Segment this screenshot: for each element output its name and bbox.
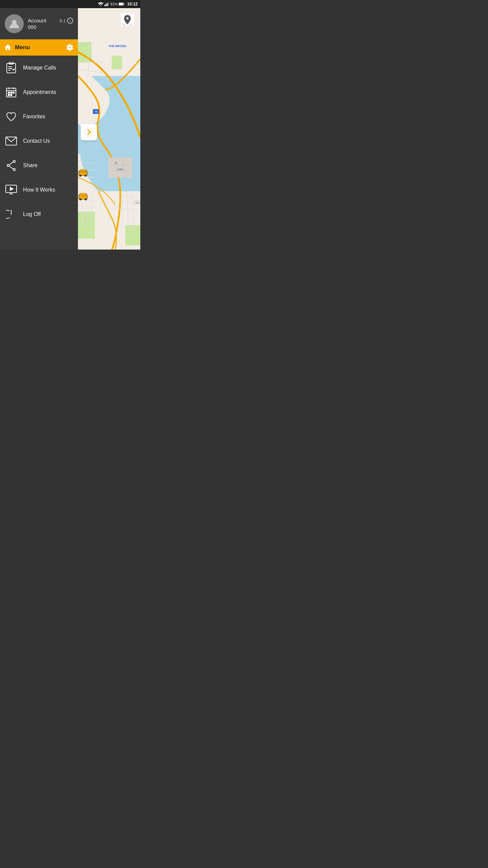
calendar-icon (6, 87, 17, 98)
home-icon (4, 44, 12, 51)
svg-rect-17 (13, 92, 14, 93)
account-section: Account 000 6.1 i (0, 8, 78, 39)
wifi-icon (98, 2, 103, 6)
log-off-label: Log Off (23, 211, 41, 217)
svg-point-23 (13, 169, 15, 171)
version-number: 6.1 (60, 18, 66, 23)
svg-line-25 (9, 166, 13, 169)
svg-marker-29 (10, 187, 14, 191)
share-icon (5, 159, 18, 172)
status-icons: 91% 10:12 (98, 2, 138, 6)
svg-point-75 (85, 198, 87, 200)
svg-point-21 (13, 160, 15, 162)
svg-text:78: 78 (95, 111, 97, 113)
share-svg (6, 160, 16, 171)
svg-point-22 (7, 164, 9, 166)
svg-rect-6 (119, 3, 123, 5)
svg-text:GCR: GCR (135, 202, 139, 204)
avatar-icon (8, 18, 20, 29)
account-number: 000 (28, 24, 73, 31)
signal-icon (104, 2, 109, 6)
heart-icon (6, 112, 17, 122)
svg-text:THE BRONX: THE BRONX (108, 44, 126, 48)
avatar (5, 14, 24, 33)
monitor-icon (5, 184, 17, 195)
menu-item-share[interactable]: Share (0, 153, 78, 178)
svg-rect-34 (78, 212, 95, 239)
svg-rect-19 (11, 94, 12, 96)
svg-point-70 (85, 175, 87, 177)
menu-item-how-it-works[interactable]: How It Works (0, 178, 78, 202)
menu-header[interactable]: Menu (0, 39, 78, 56)
expand-map-button[interactable] (81, 124, 97, 140)
how-it-works-label: How It Works (23, 187, 55, 193)
map-area[interactable]: THE BRONX LGA ✈ 78 GCR (78, 8, 140, 250)
svg-rect-55 (108, 157, 132, 178)
svg-rect-15 (8, 92, 9, 93)
battery-icon (119, 2, 125, 6)
account-version: 6.1 i (60, 18, 73, 24)
svg-rect-33 (112, 56, 122, 69)
svg-text:✈: ✈ (115, 161, 117, 165)
menu-item-favorites[interactable]: Favorites (0, 104, 78, 129)
menu-title: Menu (15, 44, 62, 51)
menu-item-appointments[interactable]: Appointments (0, 80, 78, 104)
contact-us-label: Contact Us (23, 138, 50, 144)
svg-rect-18 (8, 94, 9, 96)
chevron-right-icon (84, 127, 94, 137)
svg-rect-4 (108, 2, 109, 6)
appointments-label: Appointments (23, 89, 56, 95)
main-container: Account 000 6.1 i Menu (0, 8, 140, 250)
sidebar: Account 000 6.1 i Menu (0, 8, 78, 250)
svg-rect-16 (11, 92, 12, 93)
status-time: 10:12 (127, 2, 138, 6)
home-svg (4, 44, 12, 51)
manage-calls-label: Manage Calls (23, 65, 56, 71)
svg-rect-7 (124, 3, 124, 5)
power-icon (6, 209, 16, 219)
svg-point-74 (79, 198, 81, 200)
location-icon (120, 12, 135, 27)
svg-rect-71 (79, 171, 87, 172)
menu-item-log-off[interactable]: Log Off (0, 202, 78, 226)
manage-calls-icon (5, 61, 18, 74)
menu-item-manage-calls[interactable]: Manage Calls (0, 56, 78, 80)
svg-point-77 (84, 128, 93, 137)
contact-us-icon (5, 135, 18, 147)
clipboard-icon (6, 62, 16, 74)
menu-item-contact-us[interactable]: Contact Us (0, 129, 78, 153)
battery-percent: 91% (110, 2, 118, 6)
how-it-works-icon (5, 183, 18, 196)
info-icon[interactable]: i (67, 18, 73, 24)
gear-svg (66, 43, 74, 52)
favorites-icon (5, 110, 18, 123)
appointments-icon (5, 86, 18, 99)
menu-items: Manage Calls (0, 56, 78, 250)
svg-rect-35 (125, 225, 140, 245)
svg-rect-3 (107, 3, 108, 6)
svg-text:LGA: LGA (117, 168, 123, 171)
svg-line-24 (9, 162, 13, 165)
svg-rect-1 (104, 5, 105, 6)
share-label: Share (23, 162, 38, 169)
svg-point-0 (100, 5, 101, 6)
svg-rect-2 (106, 4, 107, 6)
status-bar: 91% 10:12 (0, 0, 140, 8)
log-off-icon (5, 208, 18, 221)
svg-point-69 (79, 175, 81, 177)
favorites-label: Favorites (23, 114, 45, 120)
svg-rect-73 (80, 193, 86, 196)
map-location-button[interactable] (119, 11, 136, 28)
gear-icon[interactable] (66, 43, 74, 52)
envelope-icon (5, 137, 17, 145)
